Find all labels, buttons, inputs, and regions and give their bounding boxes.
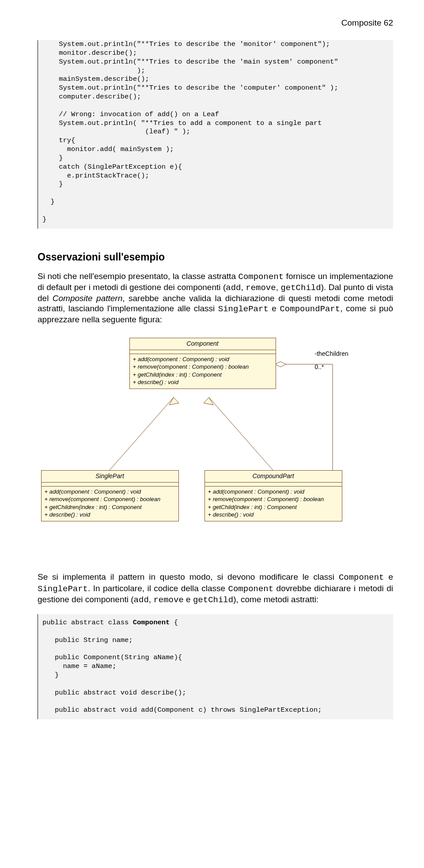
text-italic: Composite pattern bbox=[53, 294, 122, 303]
uml-method: + add(component : Component) : void bbox=[208, 488, 339, 496]
svg-line-1 bbox=[209, 397, 273, 470]
section-heading: Osservazioni sull'esempio bbox=[38, 251, 393, 263]
code-inline: Component bbox=[238, 272, 284, 282]
text: e bbox=[384, 572, 393, 581]
code-inline: Component bbox=[339, 573, 384, 582]
svg-marker-6 bbox=[275, 362, 286, 367]
uml-method: + describe() : void bbox=[133, 378, 273, 386]
code-inline: SinglePart bbox=[218, 304, 269, 314]
code-inline: remove bbox=[153, 595, 183, 605]
uml-method: + describe() : void bbox=[45, 511, 175, 519]
code-inline: Component bbox=[228, 584, 274, 594]
page-header: Composite 62 bbox=[38, 18, 393, 28]
text: , bbox=[276, 283, 281, 292]
code-inline: add bbox=[226, 283, 241, 293]
uml-method: + remove(component : Component) : boolea… bbox=[133, 363, 273, 371]
text: e bbox=[184, 595, 193, 604]
text: . In particolare, il codice della classe bbox=[88, 584, 228, 593]
svg-marker-2 bbox=[169, 397, 179, 405]
code-inline: SinglePart bbox=[38, 584, 88, 594]
code-inline: add bbox=[134, 595, 149, 605]
svg-marker-3 bbox=[204, 397, 213, 405]
uml-method: + getChildren(index : int) : Component bbox=[45, 503, 175, 511]
text: , bbox=[241, 283, 246, 292]
uml-method: + add(component : Component) : void bbox=[133, 355, 273, 363]
paragraph-1: Si noti che nell'esempio presentato, la … bbox=[38, 271, 393, 325]
code-inline: getChild bbox=[280, 283, 321, 293]
code-inline: remove bbox=[246, 283, 276, 293]
code-text: { public String name; public Component(S… bbox=[42, 619, 322, 714]
text: Si noti che nell'esempio presentato, la … bbox=[38, 272, 238, 281]
code-block-2: public abstract class Component { public… bbox=[38, 614, 393, 719]
text: , bbox=[149, 595, 154, 604]
uml-method: + getChild(index : int) : Component bbox=[208, 503, 339, 511]
uml-class-title: CompoundPart bbox=[205, 471, 342, 482]
uml-class-compoundpart: CompoundPart + add(component : Component… bbox=[204, 470, 342, 521]
svg-line-0 bbox=[110, 397, 174, 470]
uml-method: + describe() : void bbox=[208, 511, 339, 519]
uml-class-title: Component bbox=[130, 338, 276, 350]
uml-method: + getChild(index : int) : Component bbox=[133, 371, 273, 379]
uml-class-title: SinglePart bbox=[42, 471, 178, 482]
uml-method: + add(component : Component) : void bbox=[45, 488, 175, 496]
uml-diagram: Component + add(component : Component) :… bbox=[38, 338, 393, 545]
code-text: public abstract class bbox=[42, 619, 133, 626]
code-inline: getChild bbox=[193, 595, 233, 605]
uml-assoc-multiplicity: 0..* bbox=[315, 363, 324, 371]
text: e bbox=[269, 304, 280, 313]
uml-method: + remove(component : Component) : boolea… bbox=[208, 495, 339, 503]
uml-class-component: Component + add(component : Component) :… bbox=[129, 338, 276, 389]
paragraph-2: Se si implementa il pattern in questo mo… bbox=[38, 572, 393, 605]
code-block-1: System.out.println("**Tries to describe … bbox=[38, 40, 393, 228]
text: Se si implementa il pattern in questo mo… bbox=[38, 572, 339, 581]
uml-method: + remove(component : Component) : boolea… bbox=[45, 495, 175, 503]
code-inline: CompoundPart bbox=[280, 304, 340, 314]
text: ), come metodi astratti: bbox=[233, 595, 318, 604]
code-text-bold: Component bbox=[133, 619, 170, 626]
uml-assoc-role: -theChildren bbox=[315, 350, 348, 358]
uml-class-singlepart: SinglePart + add(component : Component) … bbox=[41, 470, 179, 521]
